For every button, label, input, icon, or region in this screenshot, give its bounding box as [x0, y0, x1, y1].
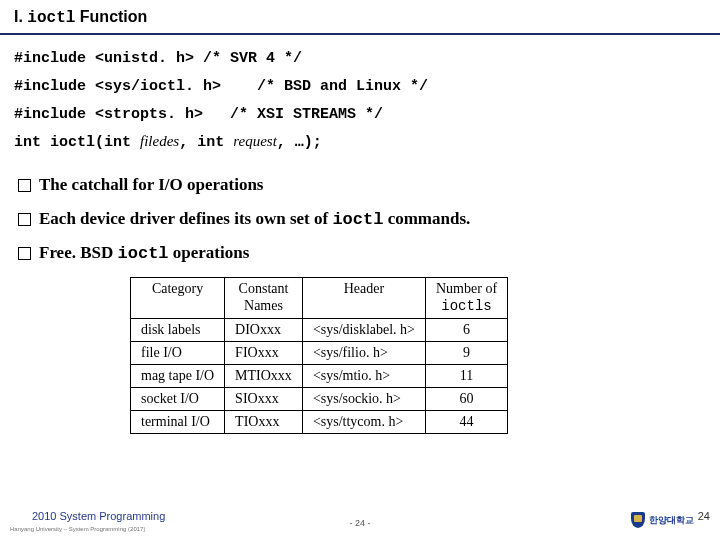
th-header: Header	[302, 278, 425, 319]
cell-header: <sys/filio. h>	[302, 341, 425, 364]
bullet-2-b: commands.	[383, 209, 470, 228]
cell-constant: MTIOxxx	[225, 364, 303, 387]
th-number-a: Number of	[436, 281, 497, 296]
cell-count: 60	[426, 387, 508, 410]
code-block: #include <unistd. h> /* SVR 4 */ #includ…	[0, 35, 720, 163]
code-arg-filedes: filedes	[140, 133, 179, 149]
bullet-3-b: operations	[169, 243, 250, 262]
bullet-box-icon	[18, 213, 31, 226]
th-number: Number of ioctls	[426, 278, 508, 319]
cell-category: terminal I/O	[131, 410, 225, 433]
page-number: 24	[698, 510, 710, 522]
cell-constant: DIOxxx	[225, 318, 303, 341]
cell-count: 6	[426, 318, 508, 341]
cell-constant: SIOxxx	[225, 387, 303, 410]
bullet-2: Each device driver defines its own set o…	[18, 209, 702, 229]
cell-count: 9	[426, 341, 508, 364]
cell-count: 11	[426, 364, 508, 387]
ioctl-table: Category Constant Names Header Number of…	[130, 277, 508, 434]
table-row: terminal I/O TIOxxx <sys/ttycom. h> 44	[131, 410, 508, 433]
slide-title: I. ioctl Function	[14, 8, 147, 25]
table-row: disk labels DIOxxx <sys/disklabel. h> 6	[131, 318, 508, 341]
title-bar: I. ioctl Function	[0, 0, 720, 35]
slide: I. ioctl Function #include <unistd. h> /…	[0, 0, 720, 540]
bullet-2-a: Each device driver defines its own set o…	[39, 209, 332, 228]
code-line-4a: int ioctl(int	[14, 134, 140, 151]
table-header-row: Category Constant Names Header Number of…	[131, 278, 508, 319]
cell-header: <sys/sockio. h>	[302, 387, 425, 410]
title-suffix: Function	[75, 8, 147, 25]
cell-count: 44	[426, 410, 508, 433]
title-mono: ioctl	[27, 9, 75, 27]
footer-line-1: 2010 System Programming	[32, 510, 165, 522]
table-row: socket I/O SIOxxx <sys/sockio. h> 60	[131, 387, 508, 410]
code-line-2: #include <sys/ioctl. h> /* BSD and Linux…	[14, 78, 428, 95]
table-row: file I/O FIOxxx <sys/filio. h> 9	[131, 341, 508, 364]
bullet-3-a: Free. BSD	[39, 243, 118, 262]
code-line-1: #include <unistd. h> /* SVR 4 */	[14, 50, 302, 67]
cell-category: file I/O	[131, 341, 225, 364]
code-line-4c: , int	[179, 134, 233, 151]
cell-header: <sys/mtio. h>	[302, 364, 425, 387]
university-logo: 한양대학교	[631, 512, 694, 528]
bullet-3: Free. BSD ioctl operations	[18, 243, 702, 263]
bullet-list: The catchall for I/O operations Each dev…	[0, 163, 720, 263]
cell-category: mag tape I/O	[131, 364, 225, 387]
bullet-box-icon	[18, 247, 31, 260]
bullet-3-mono: ioctl	[118, 244, 169, 263]
footer: 2010 System Programming Hanyang Universi…	[0, 506, 720, 534]
title-prefix: I.	[14, 8, 27, 25]
code-line-4e: , …);	[277, 134, 322, 151]
bullet-2-text: Each device driver defines its own set o…	[39, 209, 470, 229]
bullet-2-mono: ioctl	[332, 210, 383, 229]
code-line-3: #include <stropts. h> /* XSI STREAMS */	[14, 106, 383, 123]
footer-center-page: - 24 -	[349, 518, 370, 528]
cell-header: <sys/ttycom. h>	[302, 410, 425, 433]
th-constant-b: Names	[244, 298, 283, 313]
cell-constant: FIOxxx	[225, 341, 303, 364]
table-row: mag tape I/O MTIOxxx <sys/mtio. h> 11	[131, 364, 508, 387]
cell-header: <sys/disklabel. h>	[302, 318, 425, 341]
ioctl-table-wrap: Category Constant Names Header Number of…	[130, 277, 610, 434]
footer-line-2: Hanyang University – System Programming …	[10, 526, 145, 532]
code-arg-request: request	[233, 133, 277, 149]
bullet-1: The catchall for I/O operations	[18, 175, 702, 195]
cell-category: disk labels	[131, 318, 225, 341]
th-number-mono: ioctls	[441, 298, 491, 314]
shield-icon	[631, 512, 645, 528]
cell-category: socket I/O	[131, 387, 225, 410]
bullet-3-text: Free. BSD ioctl operations	[39, 243, 249, 263]
th-constant: Constant Names	[225, 278, 303, 319]
cell-constant: TIOxxx	[225, 410, 303, 433]
th-category: Category	[131, 278, 225, 319]
bullet-box-icon	[18, 179, 31, 192]
bullet-1-text: The catchall for I/O operations	[39, 175, 263, 195]
university-name: 한양대학교	[649, 514, 694, 527]
th-constant-a: Constant	[239, 281, 289, 296]
